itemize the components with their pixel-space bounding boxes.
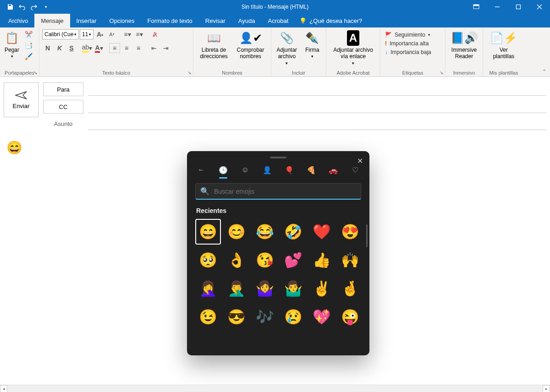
view-templates-button[interactable]: 📄⚡ Ver plantillas	[488, 29, 520, 61]
check-names-button[interactable]: 👤✔ Comprobar nombres	[233, 29, 268, 61]
clipboard-launcher-icon[interactable]: ↘	[33, 70, 37, 75]
send-button[interactable]: Enviar	[4, 82, 38, 117]
emoji-cell[interactable]: 😂	[252, 219, 278, 245]
picker-close-icon[interactable]: ✕	[357, 157, 363, 165]
emoji-cell[interactable]: 😢	[280, 304, 306, 330]
numbering-icon[interactable]: ≡▾	[134, 29, 145, 39]
bullets-icon[interactable]: ≡▾	[122, 29, 133, 39]
tags-launcher-icon[interactable]: ↘	[440, 70, 443, 75]
bold-icon[interactable]: N	[42, 43, 53, 53]
emoji-cell[interactable]: ❤️	[309, 219, 335, 245]
emoji-cell[interactable]: 😘	[252, 247, 278, 273]
shrink-font-icon[interactable]: A▾	[106, 29, 117, 39]
emoji-cell[interactable]: 🤦‍♀️	[195, 276, 221, 301]
high-importance-button[interactable]: !Importancia alta	[383, 40, 430, 47]
emoji-cell[interactable]: 🤦‍♂️	[224, 276, 249, 301]
decrease-indent-icon[interactable]: ⇤	[148, 43, 160, 53]
align-center-icon[interactable]: ≡	[121, 43, 132, 53]
font-name-select[interactable]: Calibri (Cue▾	[42, 29, 79, 39]
italic-icon[interactable]: K	[54, 43, 65, 53]
scroll-right-icon[interactable]: ▸	[543, 385, 550, 392]
celebration-tab-icon[interactable]: 🎈	[284, 165, 294, 175]
subject-field[interactable]	[88, 117, 546, 130]
low-importance-button[interactable]: ↓Importancia baja	[383, 49, 433, 56]
emoji-cell[interactable]: 😄	[195, 219, 221, 245]
follow-up-button[interactable]: 🚩Seguimiento▾	[383, 31, 432, 38]
emoji-cell[interactable]: 😜	[337, 304, 363, 330]
emoji-cell[interactable]: ✌️	[309, 276, 335, 301]
clipboard-icon: 📋	[5, 30, 19, 46]
format-painter-icon[interactable]: 🖌️	[23, 51, 34, 61]
to-field[interactable]	[88, 83, 546, 96]
collapse-ribbon-icon[interactable]: ⌃	[542, 69, 546, 75]
tab-help[interactable]: Ayuda	[232, 14, 262, 27]
emoji-cell[interactable]: 😊	[224, 219, 249, 245]
basic-text-launcher-icon[interactable]: ↘	[187, 70, 191, 75]
food-tab-icon[interactable]: 🍕	[306, 165, 316, 175]
transport-tab-icon[interactable]: 🚗	[328, 165, 338, 175]
emoji-cell[interactable]: 🤷‍♀️	[252, 276, 278, 301]
copy-icon[interactable]: 📑	[23, 40, 34, 50]
maximize-icon[interactable]	[508, 0, 529, 14]
emoji-cell[interactable]: 🤞	[337, 276, 363, 301]
emoji-cell[interactable]: 💖	[309, 304, 335, 330]
close-icon[interactable]	[529, 0, 550, 14]
emoji-cell[interactable]: 😍	[337, 219, 363, 245]
attach-file-button[interactable]: 📎 Adjuntar archivo▾	[274, 29, 299, 67]
tab-format[interactable]: Formato de texto	[141, 14, 199, 27]
emoji-cell[interactable]: 🤷‍♂️	[280, 276, 306, 301]
tab-file[interactable]: Archivo	[2, 14, 34, 27]
emoji-cell[interactable]: 🤣	[280, 219, 306, 245]
cc-field[interactable]	[88, 100, 546, 113]
emoji-cell[interactable]: 👍	[309, 247, 335, 273]
align-right-icon[interactable]: ≡	[133, 43, 144, 53]
picker-drag-handle[interactable]	[270, 157, 286, 158]
tell-me-search[interactable]: 💡 ¿Qué desea hacer?	[299, 14, 362, 27]
font-size-select[interactable]: 11▾	[80, 29, 94, 39]
align-left-icon[interactable]: ≡	[109, 43, 120, 53]
people-tab-icon[interactable]: 👤	[262, 165, 272, 175]
picker-scrollbar[interactable]	[366, 224, 368, 247]
underline-icon[interactable]: S	[66, 43, 77, 53]
signature-button[interactable]: ✒️ Firma▾	[301, 29, 323, 60]
redo-icon[interactable]	[28, 1, 39, 12]
highlight-icon[interactable]: ab▾	[82, 43, 93, 53]
picker-back-icon[interactable]: ←	[196, 165, 206, 175]
symbols-tab-icon[interactable]: ♡	[350, 165, 360, 175]
immersive-reader-button[interactable]: 📘🔊 Immersive Reader	[448, 29, 480, 61]
emoji-cell[interactable]: 🙌	[337, 247, 363, 273]
picker-search[interactable]: 🔍	[195, 183, 361, 200]
tab-review[interactable]: Revisar	[199, 14, 232, 27]
emoji-cell[interactable]: 🥺	[195, 247, 221, 273]
emoji-cell[interactable]: 😎	[224, 304, 249, 330]
grow-font-icon[interactable]: A▴	[94, 29, 105, 39]
paste-button[interactable]: 📋 Pegar ▾	[3, 29, 21, 60]
acrobat-attach-link-button[interactable]: A Adjuntar archivo vía enlace▾	[330, 29, 376, 67]
picker-search-input[interactable]	[214, 188, 356, 195]
emoji-cell[interactable]: 😉	[195, 304, 221, 330]
recent-tab-icon[interactable]: 🕒	[218, 165, 228, 175]
horizontal-scrollbar[interactable]: ◂ ▸	[0, 385, 550, 392]
address-book-button[interactable]: 📖 Libreta de direcciones	[197, 29, 231, 61]
font-color-icon[interactable]: A▾	[94, 43, 104, 53]
cut-icon[interactable]: ✂️	[23, 29, 34, 39]
emoji-cell[interactable]: 💕	[280, 247, 306, 273]
tab-message[interactable]: Mensaje	[34, 14, 70, 27]
tab-insert[interactable]: Insertar	[70, 14, 103, 27]
to-button[interactable]: Para	[43, 82, 83, 96]
tab-acrobat[interactable]: Acrobat	[262, 14, 295, 27]
undo-icon[interactable]	[16, 1, 28, 12]
ribbon-display-icon[interactable]	[466, 0, 487, 14]
save-icon[interactable]	[5, 1, 16, 12]
emoji-cell[interactable]: 👌	[224, 247, 249, 273]
tab-options[interactable]: Opciones	[103, 14, 141, 27]
emoji-cell[interactable]: 🎶	[252, 304, 278, 330]
cc-button[interactable]: CC	[43, 100, 83, 114]
smileys-tab-icon[interactable]: ☺	[240, 165, 250, 175]
clear-formatting-icon[interactable]: A̷	[149, 29, 160, 39]
increase-indent-icon[interactable]: ⇥	[160, 43, 171, 53]
scroll-left-icon[interactable]: ◂	[0, 385, 7, 392]
minimize-icon[interactable]	[487, 0, 508, 14]
window-controls	[466, 0, 550, 14]
qat-dropdown-icon[interactable]: ▾	[40, 1, 51, 12]
